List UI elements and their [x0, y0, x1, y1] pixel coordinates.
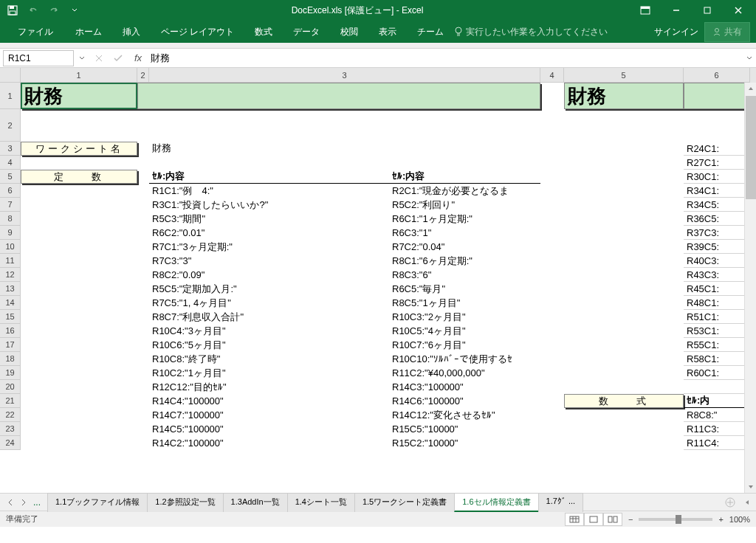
cell[interactable]: R5C3:"期間" R6C1:"1ヶ月定期:" [149, 212, 540, 226]
cell[interactable] [21, 156, 137, 170]
row-header[interactable]: 16 [0, 324, 21, 338]
cell[interactable] [540, 109, 564, 142]
row-header[interactable]: 18 [0, 352, 21, 366]
cell[interactable] [137, 422, 149, 436]
cell[interactable] [564, 184, 684, 198]
row-header[interactable]: 5 [0, 170, 21, 184]
enter-formula-button[interactable] [109, 51, 127, 66]
page-layout-view-button[interactable] [584, 513, 603, 526]
cell[interactable]: R58C1: [684, 352, 750, 366]
cell[interactable] [540, 422, 564, 436]
cell[interactable] [137, 436, 149, 450]
row-header[interactable]: 9 [0, 226, 21, 240]
qat-dropdown[interactable] [65, 2, 84, 18]
cell[interactable]: R11C4: [684, 436, 750, 450]
formula-input[interactable] [146, 50, 743, 66]
cell[interactable] [21, 408, 137, 422]
cell[interactable]: R34C1: [684, 184, 750, 198]
sheet-tab[interactable]: 1.6セル情報定義書 [454, 493, 538, 512]
cell[interactable] [21, 268, 137, 282]
cell[interactable] [540, 142, 564, 156]
cell[interactable]: R55C1: [684, 338, 750, 352]
cell[interactable] [21, 394, 137, 408]
cell[interactable]: R39C5: [684, 240, 750, 254]
cell[interactable] [21, 436, 137, 450]
cell[interactable]: R3C1:"投資したらいいか?" R5C2:"利回り" [149, 198, 540, 212]
row-header[interactable]: 20 [0, 380, 21, 394]
col-header-1[interactable]: 1 [21, 68, 137, 83]
page-break-view-button[interactable] [603, 513, 622, 526]
cell[interactable]: R8C7:"利息収入合計" R10C3:"2ヶ月目" [149, 310, 540, 324]
sheet-tab[interactable]: 1.5ワークシート定義書 [354, 493, 455, 512]
cell[interactable] [540, 212, 564, 226]
cell[interactable] [540, 226, 564, 240]
signin-link[interactable]: サインイン [654, 26, 698, 38]
cell[interactable] [137, 296, 149, 310]
cell[interactable] [137, 226, 149, 240]
cell[interactable] [564, 226, 684, 240]
cell[interactable] [564, 142, 684, 156]
row-header[interactable]: 7 [0, 198, 21, 212]
title-cell-center[interactable] [137, 83, 540, 109]
zoom-out-button[interactable]: − [628, 515, 633, 524]
row-header[interactable]: 17 [0, 338, 21, 352]
cell[interactable] [137, 240, 149, 254]
normal-view-button[interactable] [565, 513, 584, 526]
cell[interactable] [21, 212, 137, 226]
cell[interactable] [684, 380, 750, 394]
cell[interactable] [564, 324, 684, 338]
cell[interactable]: R10C6:"5ヶ月目" R10C7:"6ヶ月目" [149, 338, 540, 352]
sheet-more[interactable]: ... [31, 497, 43, 508]
tab-formulas[interactable]: 数式 [244, 21, 283, 43]
cell[interactable] [137, 310, 149, 324]
cell[interactable] [684, 109, 750, 142]
cell[interactable]: R40C3: [684, 254, 750, 268]
cell[interactable] [21, 422, 137, 436]
zoom-in-button[interactable]: + [718, 515, 723, 524]
tab-insert[interactable]: 挿入 [112, 21, 151, 43]
cell[interactable]: R10C8:"終了時" R10C10:"ｿﾙﾊﾞｰで使用するｾ [149, 352, 540, 366]
share-button[interactable]: 共有 [704, 22, 750, 42]
cell[interactable] [137, 394, 149, 408]
cell[interactable] [564, 296, 684, 310]
cell[interactable] [540, 156, 564, 170]
cell[interactable] [540, 170, 564, 184]
cell[interactable] [21, 324, 137, 338]
maximize-button[interactable] [693, 2, 722, 18]
cell[interactable] [564, 109, 684, 142]
row-header[interactable]: 10 [0, 240, 21, 254]
cell[interactable]: R45C1: [684, 282, 750, 296]
cell[interactable]: R10C2:"1ヶ月目" R11C2:"¥40,000,000" [149, 366, 540, 380]
cell[interactable] [564, 310, 684, 324]
cell[interactable] [21, 198, 137, 212]
cell[interactable]: R7C3:"3" R8C1:"6ヶ月定期:" [149, 254, 540, 268]
cell[interactable] [137, 268, 149, 282]
cell[interactable] [564, 408, 684, 422]
cell[interactable] [540, 324, 564, 338]
cell[interactable] [137, 352, 149, 366]
cell[interactable] [21, 366, 137, 380]
cell[interactable] [564, 338, 684, 352]
cell[interactable]: R1C1:"例 4:" R2C1:"現金が必要となるま [149, 184, 540, 198]
cell[interactable] [540, 366, 564, 380]
title-cell-right[interactable]: 財務 [564, 83, 684, 109]
cell[interactable] [137, 142, 149, 156]
minimize-button[interactable] [662, 2, 691, 18]
cell[interactable]: R37C3: [684, 226, 750, 240]
cell[interactable] [564, 198, 684, 212]
cell[interactable] [137, 380, 149, 394]
const-label[interactable]: 定 数 [21, 170, 137, 184]
cell[interactable]: R30C1: [684, 170, 750, 184]
tab-home[interactable]: ホーム [65, 21, 112, 43]
row-header[interactable]: 22 [0, 408, 21, 422]
title-cell-right2[interactable] [684, 83, 750, 109]
cell[interactable] [137, 254, 149, 268]
select-all-corner[interactable] [0, 68, 21, 83]
col-header-2[interactable]: 2 [137, 68, 149, 83]
cell[interactable] [540, 436, 564, 450]
ribbon-display-button[interactable] [630, 2, 660, 18]
cell[interactable] [21, 282, 137, 296]
cell[interactable]: R24C1: [684, 142, 750, 156]
row-header[interactable]: 3 [0, 142, 21, 156]
name-box[interactable]: R1C1 [3, 50, 74, 66]
